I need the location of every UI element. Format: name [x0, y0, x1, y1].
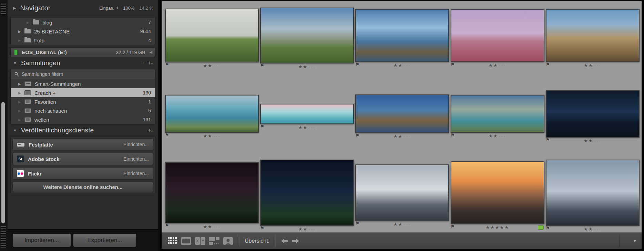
- compare-view-icon[interactable]: XY: [195, 237, 206, 245]
- star-rating[interactable]: ★★···: [546, 139, 640, 143]
- svg-text:Y: Y: [202, 239, 204, 243]
- navigator-zoom-ratio[interactable]: 14,2 %: [140, 6, 153, 11]
- service-row-festplatte[interactable]: Festplatte Einrichten...: [12, 138, 153, 151]
- thumbnail-image[interactable]: [355, 9, 449, 62]
- navigator-header[interactable]: ▶ Navigator Einpas. ▲▼ 100% 14,2 %: [8, 0, 158, 16]
- thumbnail-image[interactable]: [355, 94, 449, 133]
- photo-cell[interactable]: ⚑★★···: [355, 158, 450, 233]
- service-row-adobe-stock[interactable]: St Adobe Stock Einrichten...: [12, 153, 153, 165]
- folder-row-bretagne[interactable]: ▶ 25-BRETAGNE 9604: [11, 27, 155, 36]
- add-publish-service-icon[interactable]: +▾: [148, 127, 153, 133]
- find-more-services-button[interactable]: Weitere Dienste online suchen...: [12, 182, 153, 192]
- photo-cell[interactable]: ⚑★★···: [259, 158, 355, 233]
- star-rating[interactable]: ★★···: [165, 63, 259, 68]
- thumbnail-image[interactable]: [451, 161, 544, 224]
- panel-grip-top[interactable]: [1, 3, 6, 15]
- photo-cell[interactable]: ⚑★★···: [164, 158, 259, 233]
- disclosure-icon[interactable]: ▶: [18, 118, 21, 122]
- thumbnail-image[interactable]: [451, 95, 544, 133]
- folder-row-blog[interactable]: ▶ blog 7: [11, 18, 155, 27]
- disclosure-icon[interactable]: ▶: [18, 39, 21, 42]
- thumbnail-image[interactable]: [165, 9, 259, 62]
- thumbnail-image[interactable]: [260, 104, 354, 124]
- export-button[interactable]: Exportieren...: [73, 233, 136, 247]
- service-setup-button[interactable]: Einrichten...: [123, 142, 149, 147]
- collection-row-smart[interactable]: ▶ Smart-Sammlungen: [11, 79, 155, 88]
- disclosure-icon[interactable]: ▶: [18, 91, 21, 95]
- add-collection-icon[interactable]: +▾: [148, 60, 153, 66]
- left-panel-scrollbar[interactable]: [1, 102, 5, 223]
- star-rating[interactable]: ★★···: [355, 134, 449, 139]
- photo-cell[interactable]: ⚑★★···: [164, 2, 259, 76]
- thumbnail-image[interactable]: [451, 9, 544, 62]
- star-rating[interactable]: ★★···: [260, 125, 354, 130]
- collections-filter-input[interactable]: Sammlungen filtern: [11, 69, 155, 79]
- photo-cell[interactable]: ⚑★★···: [450, 2, 545, 76]
- survey-view-icon[interactable]: [209, 237, 220, 245]
- service-setup-button[interactable]: Einrichten...: [123, 156, 149, 162]
- photo-cell[interactable]: ⚑★★···: [545, 76, 640, 158]
- remove-collection-icon[interactable]: −: [141, 60, 144, 66]
- disclosure-icon[interactable]: ▶: [18, 30, 21, 33]
- thumbnail-image[interactable]: [260, 8, 354, 63]
- photo-cell[interactable]: ⚑★★★★★: [450, 158, 545, 233]
- thumbnail-image[interactable]: [546, 9, 640, 62]
- people-view-icon[interactable]: [223, 237, 233, 245]
- photo-cell[interactable]: ⚑★★···: [545, 158, 640, 233]
- navigator-collapse-icon[interactable]: ▶: [13, 6, 16, 10]
- star-rating[interactable]: ★★···: [260, 64, 354, 69]
- thumbnail-image[interactable]: [546, 160, 640, 226]
- disclosure-icon[interactable]: ▶: [18, 100, 21, 104]
- navigator-fit-label[interactable]: Einpas.: [99, 6, 114, 11]
- star-rating[interactable]: ★★···: [451, 63, 544, 68]
- star-rating[interactable]: ★★···: [546, 63, 640, 68]
- disclosure-icon[interactable]: ▶: [18, 109, 21, 113]
- volume-collapse-icon[interactable]: ◀: [150, 50, 152, 54]
- panel-grip-bottom[interactable]: [1, 226, 6, 248]
- disclosure-icon[interactable]: ▶: [18, 82, 21, 86]
- star-rating[interactable]: ★★···: [165, 224, 259, 229]
- volume-bar[interactable]: EOS_DIGITAL (E:) 32,2 / 119 GB ◀: [10, 47, 155, 57]
- photo-cell[interactable]: ⚑★★···: [355, 76, 450, 158]
- star-rating[interactable]: ★★···: [355, 63, 449, 68]
- photo-cell[interactable]: ⚑★★···: [450, 76, 545, 158]
- collection-row-favoriten[interactable]: ▶ Favoriten 1: [11, 97, 155, 106]
- previous-arrow-icon[interactable]: [281, 238, 288, 244]
- thumbnail-image[interactable]: [546, 90, 640, 138]
- import-button[interactable]: Importieren...: [12, 233, 71, 247]
- collections-disclosure-icon[interactable]: ▼: [13, 61, 17, 65]
- collection-row-noch-schauen[interactable]: ▶ noch-schauen 5: [11, 106, 155, 115]
- star-rating[interactable]: ★★···: [165, 134, 259, 139]
- thumbnail-image[interactable]: [355, 164, 449, 221]
- star-rating[interactable]: ★★···: [451, 134, 544, 139]
- photo-cell[interactable]: ⚑★★···: [545, 2, 640, 76]
- publish-disclosure-icon[interactable]: ▼: [13, 128, 17, 132]
- thumbnail-image[interactable]: [260, 160, 354, 226]
- star-rating[interactable]: ★★···: [355, 222, 449, 227]
- star-rating[interactable]: ★★···: [260, 227, 354, 232]
- loupe-view-icon[interactable]: [181, 237, 192, 245]
- collection-row-creach[interactable]: ▶ Creach + 130: [11, 88, 155, 97]
- service-row-flickr[interactable]: Flickr Einrichten...: [12, 167, 153, 180]
- folder-row-foto[interactable]: ▶ Foto 4: [11, 36, 155, 45]
- star-rating[interactable]: ★★···: [546, 227, 640, 232]
- collections-header[interactable]: ▼ Sammlungen − +▾: [8, 57, 158, 69]
- toolbar-options-dropdown-icon[interactable]: ▼: [633, 239, 637, 243]
- disclosure-icon[interactable]: ▶: [27, 21, 29, 24]
- navigator-zoom-100[interactable]: 100%: [123, 6, 134, 11]
- next-arrow-icon[interactable]: [292, 238, 299, 244]
- photo-cell[interactable]: ⚑★★···: [164, 76, 259, 158]
- grid-view-icon[interactable]: [168, 237, 177, 245]
- toolbar-divider: [275, 235, 275, 247]
- star-rating[interactable]: ★★★★★: [451, 225, 544, 230]
- publish-services-header[interactable]: ▼ Veröffentlichungsdienste +▾: [8, 124, 158, 136]
- color-label-green[interactable]: [538, 225, 544, 230]
- service-setup-button[interactable]: Einrichten...: [123, 171, 149, 176]
- photo-cell[interactable]: ⚑★★···: [259, 2, 355, 76]
- photo-cell[interactable]: ⚑★★···: [259, 76, 355, 158]
- collection-row-wellen[interactable]: ▶ wellen 131: [11, 115, 155, 124]
- thumbnail-image[interactable]: [165, 95, 259, 133]
- fit-updown-icon[interactable]: ▲▼: [116, 6, 118, 10]
- photo-cell[interactable]: ⚑★★···: [355, 2, 450, 76]
- thumbnail-image[interactable]: [165, 162, 259, 223]
